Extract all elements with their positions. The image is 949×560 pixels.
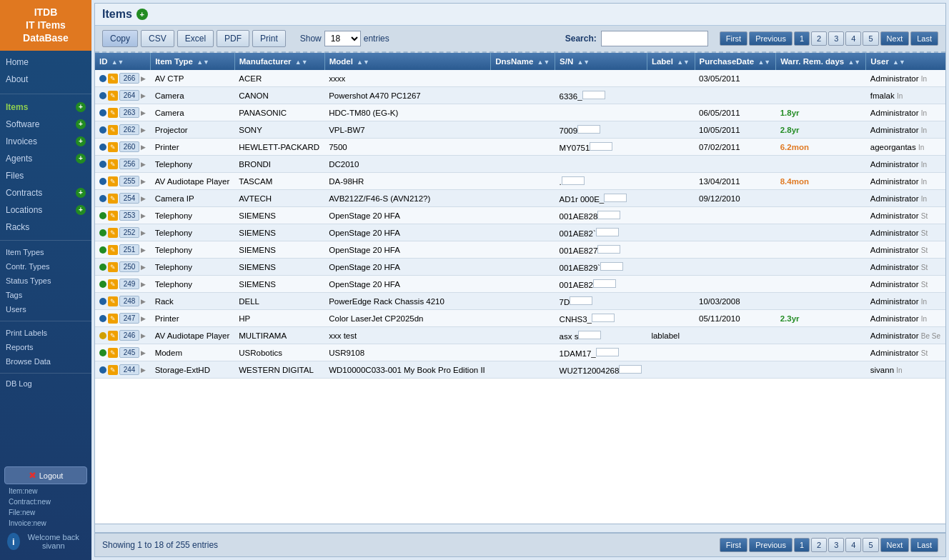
sidebar-item-contracts[interactable]: Contracts + <box>0 184 91 201</box>
sidebar-item-racks[interactable]: Racks <box>0 219 91 236</box>
items-add-icon[interactable]: + <box>76 102 86 112</box>
page-5-top[interactable]: 5 <box>863 31 878 46</box>
print-button[interactable]: Print <box>252 30 286 47</box>
quick-link-contract-new[interactable]: Contract:new <box>9 496 83 507</box>
next-page-top[interactable]: Next <box>880 31 910 46</box>
locations-add-icon[interactable]: + <box>76 205 86 215</box>
page-1-bottom[interactable]: 1 <box>794 538 810 552</box>
sidebar-item-agents[interactable]: Agents + <box>0 150 91 167</box>
edit-icon[interactable]: ✎ <box>108 125 118 135</box>
col-sn[interactable]: S/N ▲▼ <box>555 53 647 70</box>
pdf-button[interactable]: PDF <box>217 30 249 47</box>
edit-icon[interactable]: ✎ <box>108 365 118 375</box>
last-page-top[interactable]: Last <box>910 31 938 46</box>
page-2-bottom[interactable]: 2 <box>811 538 827 552</box>
sidebar-item-tags[interactable]: Tags <box>0 288 91 302</box>
edit-icon[interactable]: ✎ <box>108 331 118 341</box>
page-add-icon[interactable]: + <box>136 9 148 20</box>
prev-page-bottom[interactable]: Previous <box>749 538 793 552</box>
cell-sn: . <box>555 173 647 190</box>
edit-icon[interactable]: ✎ <box>108 314 118 324</box>
cell-manufacturer: HP <box>234 310 324 327</box>
page-1-top[interactable]: 1 <box>794 31 810 46</box>
page-3-top[interactable]: 3 <box>828 31 844 46</box>
edit-icon[interactable]: ✎ <box>108 228 118 238</box>
sidebar-item-item-types[interactable]: Item Types <box>0 245 91 259</box>
edit-icon[interactable]: ✎ <box>108 91 118 101</box>
software-add-icon[interactable]: + <box>76 119 86 129</box>
copy-button[interactable]: Copy <box>102 30 138 47</box>
logout-button[interactable]: ✖ Logout <box>4 466 87 484</box>
edit-icon[interactable]: ✎ <box>108 108 118 118</box>
edit-icon[interactable]: ✎ <box>108 142 118 152</box>
first-page-top[interactable]: First <box>720 31 747 46</box>
sidebar-item-locations[interactable]: Locations + <box>0 201 91 219</box>
page-5-bottom[interactable]: 5 <box>863 538 878 552</box>
sidebar-item-status-types[interactable]: Status Types <box>0 274 91 288</box>
cell-sn: asx s <box>555 327 647 344</box>
edit-icon[interactable]: ✎ <box>108 159 118 169</box>
edit-icon[interactable]: ✎ <box>108 296 118 306</box>
agents-add-icon[interactable]: + <box>76 154 86 164</box>
cell-warr <box>776 293 866 310</box>
quick-link-invoice-new[interactable]: Invoice:new <box>9 518 83 527</box>
table-row: ✎ 250 ▶ Telephony SIEMENS OpenStage 20 H… <box>95 259 945 276</box>
cell-purchase-date <box>695 259 776 276</box>
col-model[interactable]: Model ▲▼ <box>324 53 491 70</box>
edit-icon[interactable]: ✎ <box>108 211 118 221</box>
sidebar-item-home[interactable]: Home <box>0 54 91 71</box>
sidebar-item-users[interactable]: Users <box>0 302 91 316</box>
page-4-top[interactable]: 4 <box>845 31 861 46</box>
entries-select[interactable]: 18 10 25 50 100 <box>324 31 361 46</box>
last-page-bottom[interactable]: Last <box>910 538 938 552</box>
id-badge: 266 <box>119 73 139 84</box>
cell-user: Administrator St <box>866 344 945 361</box>
quick-link-file-new[interactable]: File:new <box>9 507 83 518</box>
page-3-bottom[interactable]: 3 <box>828 538 844 552</box>
cell-sn: 1DAM17_ <box>555 344 647 361</box>
col-purchasedate[interactable]: PurchaseDate ▲▼ <box>695 53 776 70</box>
sidebar-item-about[interactable]: About <box>0 71 91 88</box>
first-page-bottom[interactable]: First <box>720 538 747 552</box>
cell-dnsname <box>491 87 555 104</box>
horizontal-scrollbar[interactable] <box>95 524 945 532</box>
sidebar-item-invoices[interactable]: Invoices + <box>0 133 91 150</box>
sidebar-item-reports[interactable]: Reports <box>0 340 91 354</box>
col-item-type[interactable]: Item Type ▲▼ <box>151 53 235 70</box>
sidebar-item-software[interactable]: Software + <box>0 116 91 133</box>
sidebar-item-contr-types[interactable]: Contr. Types <box>0 259 91 274</box>
sidebar-item-print-labels[interactable]: Print Labels <box>0 326 91 340</box>
next-page-bottom[interactable]: Next <box>880 538 910 552</box>
edit-icon[interactable]: ✎ <box>108 74 118 84</box>
prev-page-top[interactable]: Previous <box>749 31 793 46</box>
col-id[interactable]: ID ▲▼ <box>95 53 151 70</box>
edit-icon[interactable]: ✎ <box>108 245 118 255</box>
col-user[interactable]: User ▲▼ <box>866 53 945 70</box>
sidebar-item-browse-data[interactable]: Browse Data <box>0 354 91 369</box>
cell-label <box>647 70 695 87</box>
edit-icon[interactable]: ✎ <box>108 279 118 289</box>
sidebar-item-items[interactable]: Items + <box>0 99 91 116</box>
cell-purchase-date <box>695 224 776 241</box>
col-label[interactable]: Label ▲▼ <box>647 53 695 70</box>
excel-button[interactable]: Excel <box>177 30 214 47</box>
sidebar-item-files[interactable]: Files <box>0 167 91 184</box>
page-2-top[interactable]: 2 <box>811 31 827 46</box>
pagination-top: First Previous 1 2 3 4 5 Next Last <box>720 31 938 46</box>
csv-button[interactable]: CSV <box>141 30 174 47</box>
sidebar-item-db-log[interactable]: DB Log <box>0 376 91 391</box>
contracts-add-icon[interactable]: + <box>76 188 86 198</box>
cell-purchase-date: 06/05/2011 <box>695 104 776 121</box>
id-badge: 254 <box>119 193 139 204</box>
edit-icon[interactable]: ✎ <box>108 262 118 272</box>
page-4-bottom[interactable]: 4 <box>845 538 861 552</box>
edit-icon[interactable]: ✎ <box>108 194 118 204</box>
edit-icon[interactable]: ✎ <box>108 348 118 358</box>
search-input[interactable] <box>601 31 708 46</box>
invoices-add-icon[interactable]: + <box>76 136 86 146</box>
col-manufacturer[interactable]: Manufacturer ▲▼ <box>234 53 324 70</box>
col-warr[interactable]: Warr. Rem. days ▲▼ <box>776 53 866 70</box>
quick-link-item-new[interactable]: Item:new <box>9 486 83 496</box>
col-dnsname[interactable]: DnsName ▲▼ <box>491 53 555 70</box>
edit-icon[interactable]: ✎ <box>108 176 118 186</box>
